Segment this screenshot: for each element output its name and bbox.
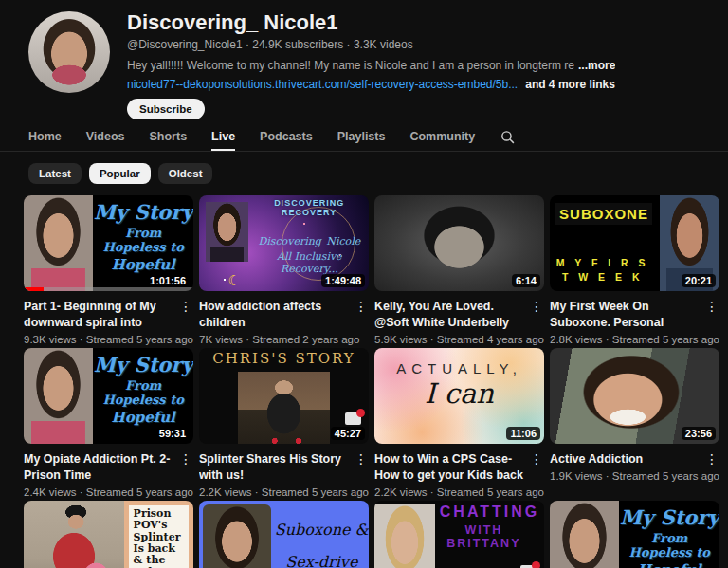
duration-badge: 6:14 <box>512 274 540 287</box>
video-title[interactable]: Kelly, You Are Loved. @Soft White Underb… <box>374 299 529 331</box>
video-meta: 1.9K views · Streamed 5 years ago <box>550 470 719 482</box>
subscribe-button[interactable]: Subscribe <box>127 99 205 119</box>
duration-badge: 1:01:56 <box>146 274 190 287</box>
video-thumbnail[interactable]: My Story From Hopeless to Hopeful 1:01:5… <box>24 195 193 291</box>
video-grid: My Story From Hopeless to Hopeful 1:01:5… <box>0 184 728 568</box>
tab-playlists[interactable]: Playlists <box>337 130 386 151</box>
sort-chips: Latest Popular Oldest <box>0 152 728 184</box>
video-card: My Story From Hopeless to Hopeful 1:02:2… <box>550 501 719 568</box>
video-meta: 2.4K views · Streamed 5 years ago <box>24 486 193 498</box>
video-thumbnail[interactable]: 23:56 <box>550 348 719 444</box>
thumbnail-photo <box>203 504 271 568</box>
video-title[interactable]: Active Addiction <box>550 451 704 467</box>
thumbnail-overlay-text: DISCOVERING RECOVERY <box>253 198 365 217</box>
channel-info: Discovering_ Nicole1 @Discovering_Nicole… <box>127 11 615 119</box>
video-title[interactable]: How addiction affects children <box>199 299 354 331</box>
channel-tabs: Home Videos Shorts Live Podcasts Playlis… <box>0 125 728 152</box>
duration-badge: 45:27 <box>331 427 365 440</box>
video-card: SUBOXONE M Y F I R S T W E E K 20:21 My … <box>550 195 719 339</box>
kebab-menu-icon[interactable]: ⋮ <box>354 451 369 484</box>
kebab-menu-icon[interactable]: ⋮ <box>704 451 719 467</box>
kebab-menu-icon[interactable]: ⋮ <box>354 299 369 331</box>
tab-live[interactable]: Live <box>211 130 235 151</box>
channel-avatar[interactable] <box>28 11 110 93</box>
thumbnail-photo <box>206 202 248 262</box>
kebab-menu-icon[interactable]: ⋮ <box>529 299 544 331</box>
thumbnail-overlay-text: CHRIS'S STORY <box>199 350 369 367</box>
duration-badge: 11:06 <box>506 427 540 440</box>
thumbnail-photo <box>24 195 93 291</box>
duration-badge: 20:21 <box>682 274 716 287</box>
video-thumbnail[interactable]: DISCOVERING RECOVERY Discovering_Nicole … <box>199 195 369 291</box>
video-meta: 2.2K views · Streamed 5 years ago <box>374 486 544 498</box>
video-card: 6:14 Kelly, You Are Loved. @Soft White U… <box>374 195 544 339</box>
video-thumbnail[interactable]: Prison POV's Splinter Is back & the Subs… <box>24 501 193 568</box>
thumbnail-overlay-text: CHATTING <box>439 504 540 521</box>
channel-header: Discovering_ Nicole1 @Discovering_Nicole… <box>0 0 728 119</box>
tab-home[interactable]: Home <box>28 130 62 151</box>
video-card: CHRIS'S STORY 45:27 Splinter Shares His … <box>199 348 369 491</box>
chip-oldest[interactable]: Oldest <box>158 163 213 184</box>
video-card: My Story From Hopeless to Hopeful 1:01:5… <box>24 195 193 339</box>
channel-meta: @Discovering_Nicole1 · 24.9K subscribers… <box>127 38 615 51</box>
kebab-menu-icon[interactable]: ⋮ <box>704 299 719 331</box>
video-card: CHATTING WITH BRITTANY THE COMPOUND 24&7… <box>374 501 544 568</box>
video-title[interactable]: Splinter Shares His Story with us! <box>199 451 354 484</box>
channel-description[interactable]: Hey yall!!!!! Welcome to my channel! My … <box>127 59 615 72</box>
thumbnail-photo <box>24 501 124 568</box>
video-thumbnail[interactable]: 6:14 <box>374 195 544 291</box>
video-thumbnail[interactable]: My Story From Hopeless to Hopeful 1:02:2… <box>550 501 719 568</box>
video-thumbnail[interactable]: SUBOXONE M Y F I R S T W E E K 20:21 <box>550 195 719 291</box>
thumbnail-overlay-text: SUBOXONE <box>555 203 652 225</box>
video-thumbnail[interactable]: CHATTING WITH BRITTANY THE COMPOUND 24&7… <box>374 501 544 568</box>
thumbnail-overlay-text: My Story From Hopeless to Hopeful <box>619 501 719 568</box>
channel-links: nicoled77--dekoponsolutions.thrivecart.c… <box>127 78 615 91</box>
more-links-button[interactable]: and 4 more links <box>525 78 615 91</box>
video-title[interactable]: My Opiate Addiction Pt. 2- Prison Time <box>24 451 178 484</box>
thumbnail-overlay-text: Prison POV's Splinter Is back & the Subs… <box>129 505 189 568</box>
moon-icon: ☾ <box>228 272 240 289</box>
channel-link[interactable]: nicoled77--dekoponsolutions.thrivecart.c… <box>127 78 518 91</box>
video-meta: 7K views · Streamed 2 years ago <box>199 334 369 345</box>
chip-popular[interactable]: Popular <box>89 163 151 184</box>
tab-podcasts[interactable]: Podcasts <box>260 130 313 151</box>
channel-title: Discovering_ Nicole1 <box>127 11 615 34</box>
video-card: ACTUALLY, I can 11:06 How to Win a CPS C… <box>374 348 544 491</box>
duration-badge: 1:49:48 <box>321 274 365 287</box>
video-thumbnail[interactable]: My Story From Hopeless to Hopeful 59:31 <box>24 348 193 444</box>
video-meta: 9.3K views · Streamed 5 years ago <box>24 334 193 345</box>
watch-progress-fill <box>24 287 44 291</box>
thumbnail-photo <box>24 348 93 444</box>
video-card: DISCOVERING RECOVERY Discovering_Nicole … <box>199 195 369 339</box>
video-card: 23:56 Active Addiction ⋮ 1.9K views · St… <box>550 348 719 491</box>
video-meta: 2.2K views · Streamed 5 years ago <box>199 486 369 498</box>
video-thumbnail[interactable]: Suboxone & Sex-drive 50:27 <box>199 501 369 568</box>
kebab-menu-icon[interactable]: ⋮ <box>529 451 544 484</box>
video-meta: 5.9K views · Streamed 4 years ago <box>374 334 544 345</box>
thumbnail-photo <box>238 372 330 444</box>
kebab-menu-icon[interactable]: ⋮ <box>178 299 193 331</box>
broken-thumbnail-icon <box>345 412 361 425</box>
video-card: Suboxone & Sex-drive 50:27 ⋮ <box>199 501 369 568</box>
chip-latest[interactable]: Latest <box>28 163 82 184</box>
tab-videos[interactable]: Videos <box>86 130 125 151</box>
video-title[interactable]: Part 1- Beginning of My downward spiral … <box>24 299 178 331</box>
thumbnail-overlay-text: Suboxone & Sex-drive <box>275 501 369 568</box>
tab-shorts[interactable]: Shorts <box>150 130 188 151</box>
video-thumbnail[interactable]: ACTUALLY, I can 11:06 <box>374 348 544 444</box>
duration-badge: 23:56 <box>682 427 716 440</box>
tab-community[interactable]: Community <box>410 130 475 151</box>
thumbnail-overlay-text: ACTUALLY, <box>374 360 544 376</box>
video-thumbnail[interactable]: CHRIS'S STORY 45:27 <box>199 348 369 444</box>
video-title[interactable]: My First Week On Suboxone. Personal Expe… <box>550 299 704 331</box>
description-more-button[interactable]: ...more <box>578 59 615 72</box>
video-card: Prison POV's Splinter Is back & the Subs… <box>24 501 193 568</box>
duration-badge: 59:31 <box>155 427 190 440</box>
thumbnail-photo <box>550 501 619 568</box>
watch-progress-bar <box>24 287 193 291</box>
search-icon[interactable] <box>500 129 516 151</box>
video-card: My Story From Hopeless to Hopeful 59:31 … <box>24 348 193 491</box>
kebab-menu-icon[interactable]: ⋮ <box>178 451 193 484</box>
video-meta: 2.8K views · Streamed 5 years ago <box>550 334 719 345</box>
video-title[interactable]: How to Win a CPS Case- How to get your K… <box>374 451 529 484</box>
